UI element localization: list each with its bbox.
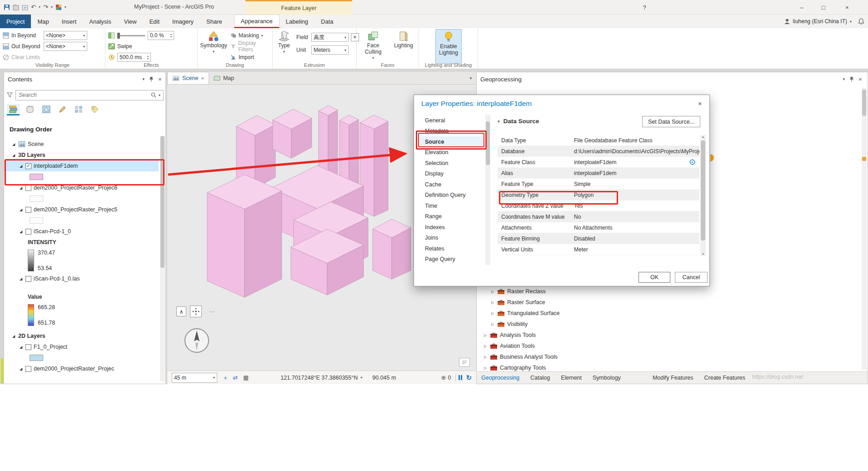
pane-options-icon[interactable]: ▾ [143, 77, 145, 81]
minimize-button[interactable]: – [793, 1, 811, 13]
out-beyond-label[interactable]: Out Beyond [11, 43, 41, 50]
tab-list-dropdown-icon[interactable]: ▾ [465, 76, 476, 80]
tree-item-scene[interactable]: ◢ Scene [4, 139, 159, 150]
tree-item-f1-project[interactable]: ◢ F1_0_Project [4, 341, 159, 352]
symbology-button[interactable]: Symbology ▾ [200, 29, 228, 54]
dialog-nav-metadata[interactable]: Metadata [420, 126, 484, 137]
expand-icon[interactable]: ◢ [19, 230, 23, 234]
dialog-nav-general[interactable]: General [420, 115, 484, 126]
transparency-spinner[interactable]: 0.0 %▴▾ [148, 31, 174, 40]
toolbox-business-analyst-tools[interactable]: ▷ Business Analyst Tools [477, 351, 858, 362]
swap-icon[interactable]: ⇄ [233, 374, 238, 381]
dialog-nav-relates[interactable]: Relates [420, 243, 484, 254]
intensity-color-ramp[interactable] [28, 250, 34, 271]
scroll-down-icon[interactable]: ▾ [700, 252, 706, 256]
tab-insert[interactable]: Insert [55, 15, 83, 28]
in-beyond-select[interactable]: <None>▾ [44, 31, 87, 40]
layer-checkbox[interactable] [25, 207, 31, 213]
dialog-content-scrollbar[interactable]: ▴ ▾ [700, 135, 706, 256]
notifications-bell-icon[interactable] [858, 18, 864, 25]
help-button[interactable]: ? [635, 1, 653, 13]
tree-item-iscan[interactable]: ◢ iScan-Pcd-1_0 [4, 226, 159, 237]
tab-map[interactable]: Map [31, 15, 55, 28]
expand-icon[interactable]: ◢ [19, 164, 23, 168]
tree-item-iscan-las[interactable]: ◢ iScan-Pcd-1_0.las [4, 273, 159, 284]
layer-checkbox-checked[interactable]: ✓ [25, 163, 31, 169]
pane-tab-geoprocessing[interactable]: Geoprocessing [481, 375, 519, 381]
expand-icon[interactable]: ▷ [483, 333, 488, 337]
user-name[interactable]: liuheng (Esri China IT) [793, 18, 847, 25]
toolset-raster-reclass[interactable]: ▷ Raster Reclass [477, 286, 858, 297]
pane-tab-modify-features[interactable]: Modify Features [653, 375, 693, 381]
overview-note-icon[interactable] [459, 358, 470, 367]
dialog-nav-page-query[interactable]: Page Query [420, 254, 484, 265]
filter-icon[interactable] [7, 92, 13, 98]
tab-labeling[interactable]: Labeling [279, 15, 314, 28]
tab-imagery[interactable]: Imagery [166, 15, 200, 28]
close-pane-icon[interactable]: × [158, 76, 162, 83]
tree-item-symbol-swatch[interactable] [4, 215, 159, 226]
expand-icon[interactable]: ▷ [483, 344, 488, 348]
tree-item-symbol-swatch[interactable] [4, 171, 159, 182]
tab-data[interactable]: Data [314, 15, 339, 28]
masking-label[interactable]: Masking [239, 32, 259, 39]
dialog-nav-time[interactable]: Time [420, 200, 484, 211]
data-source-section-header[interactable]: ▾ Data Source [498, 118, 539, 125]
expand-icon[interactable]: ▷ [490, 290, 495, 294]
toolbox-analysis-tools[interactable]: ▷ Analysis Tools [477, 330, 858, 341]
white-symbol-swatch[interactable] [30, 217, 43, 224]
browse-feature-class-icon[interactable] [689, 159, 696, 165]
dialog-nav-definition-query[interactable]: Definition Query [420, 190, 484, 201]
section-collapse-icon[interactable]: ▾ [498, 119, 500, 124]
selection-globe-icon[interactable]: ⊕ [441, 374, 446, 381]
dialog-nav-scrollbar[interactable] [485, 115, 490, 265]
coordinates-dropdown-icon[interactable]: ▾ [360, 376, 362, 380]
project-package-icon[interactable] [13, 4, 19, 10]
expand-icon[interactable]: ▷ [483, 355, 488, 359]
pane-tab-create-features[interactable]: Create Features [704, 375, 745, 381]
pane-tab-element[interactable]: Element [561, 375, 582, 381]
dialog-nav-joins[interactable]: Joins [420, 233, 484, 244]
redo-dropdown-icon[interactable]: ▾ [51, 5, 53, 9]
ok-button[interactable]: OK [639, 272, 670, 283]
full-control-button[interactable] [190, 306, 202, 317]
search-icon[interactable] [151, 92, 156, 98]
tab-share[interactable]: Share [200, 15, 229, 28]
expand-icon[interactable]: ▷ [483, 366, 488, 370]
cancel-button[interactable]: Cancel [675, 272, 708, 283]
list-by-labeling-icon[interactable] [89, 105, 101, 115]
dialog-nav-elevation[interactable]: Elevation [420, 147, 484, 158]
dialog-close-button[interactable]: × [695, 99, 705, 109]
pink-symbol-swatch[interactable] [30, 174, 43, 180]
maximize-button[interactable]: □ [814, 1, 833, 13]
geoprocessing-scrollbar-thumb[interactable] [862, 90, 866, 116]
redo-icon[interactable]: ↷ [43, 4, 48, 10]
white-symbol-swatch[interactable] [30, 195, 43, 202]
add-feature-icon[interactable]: + [224, 374, 227, 381]
expand-icon[interactable]: ◢ [19, 277, 23, 281]
expand-icon[interactable]: ◢ [19, 186, 23, 190]
project-save-as-icon[interactable] [22, 4, 28, 10]
pane-tab-catalog[interactable]: Catalog [530, 375, 550, 381]
expand-icon[interactable]: ◢ [19, 345, 23, 349]
layer-checkbox[interactable] [25, 366, 31, 372]
contents-scrollbar[interactable] [160, 136, 165, 381]
expand-icon[interactable]: ◢ [11, 334, 16, 338]
close-window-button[interactable]: × [838, 1, 856, 13]
lighting-button[interactable]: Lighting [391, 29, 416, 49]
contents-scrollbar-thumb[interactable] [160, 136, 165, 268]
qat-overflow-icon[interactable]: ▾ [65, 5, 66, 9]
pin-icon[interactable] [849, 76, 854, 82]
layer-checkbox[interactable] [25, 276, 31, 282]
expand-icon[interactable]: ▷ [490, 322, 495, 326]
dialog-content-scrollbar-thumb[interactable] [701, 140, 705, 241]
save-icon[interactable] [4, 4, 10, 10]
layer-checkbox[interactable] [25, 185, 31, 191]
tab-project[interactable]: Project [0, 15, 31, 28]
expand-icon[interactable]: ▷ [490, 301, 495, 305]
swipe-duration-spinner[interactable]: 500.0 ms▴▾ [117, 53, 151, 62]
blue-symbol-swatch[interactable] [30, 355, 43, 361]
dialog-nav-range[interactable]: Range [420, 211, 484, 222]
dialog-nav-scrollbar-thumb[interactable] [486, 121, 490, 165]
dialog-nav-indexes[interactable]: Indexes [420, 222, 484, 233]
